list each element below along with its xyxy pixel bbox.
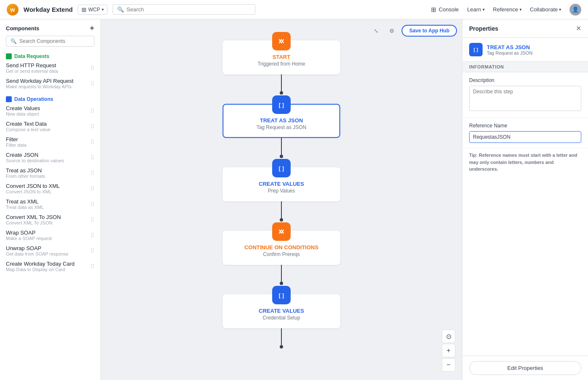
drag-handle-icon[interactable]: ⠿ <box>90 139 94 145</box>
properties-panel: Properties ✕ [ ] TREAT AS JSON Tag Reque… <box>462 19 588 380</box>
drag-handle-icon[interactable]: ⠿ <box>90 232 94 239</box>
send-workday-api-desc: Make requests to Workday APIs <box>6 84 74 89</box>
add-component-button[interactable]: ✦ <box>89 24 94 32</box>
flow-node-continue-on-conditions[interactable]: CONTINUE ON CONDITIONS Confirm Prereqs <box>223 222 340 265</box>
workday-logo[interactable]: w <box>7 4 18 16</box>
collaborate-menu[interactable]: Collaborate ▾ <box>530 6 562 13</box>
wcp-selector[interactable]: ⊞ WCP ▾ <box>78 5 108 15</box>
send-workday-api-content: Send Workday API Request Make requests t… <box>6 78 74 89</box>
section-data-operations[interactable]: Data Operations <box>0 94 100 103</box>
node-card-create-values-2[interactable]: [ ] CREATE VALUES Credential Setup <box>223 294 340 328</box>
continue-conditions-icon <box>272 222 291 241</box>
drag-handle-icon[interactable]: ⠿ <box>90 123 94 130</box>
wrap-soap-desc: Make a SOAP request <box>6 236 52 241</box>
sidebar-item-wrap-soap[interactable]: Wrap SOAP Make a SOAP request ⠿ <box>0 227 100 243</box>
component-search-input[interactable] <box>19 38 90 44</box>
target-button[interactable]: ⊙ <box>442 330 455 343</box>
sidebar-item-treat-as-xml[interactable]: Treat as XML Treat data as XML ⠿ <box>0 196 100 212</box>
tip-text: Tip: Reference names must start with a l… <box>469 153 577 172</box>
search-icon: 🔍 <box>117 6 124 13</box>
create-values-1-title: CREATE VALUES <box>259 181 304 187</box>
global-search[interactable]: 🔍 <box>113 4 255 15</box>
section-data-operations-icon <box>6 96 12 102</box>
flow-canvas[interactable]: ⤡ ⚙ Save to App Hub <box>101 19 462 380</box>
wcp-chevron-icon: ▾ <box>102 7 104 12</box>
sidebar-item-send-workday-api[interactable]: Send Workday API Request Make requests t… <box>0 76 100 91</box>
sidebar-item-unwrap-soap[interactable]: Unwrap SOAP Get data from SOAP response … <box>0 243 100 259</box>
reference-name-field: Reference Name <box>462 118 588 148</box>
sidebar-item-filter[interactable]: Filter Filter data ⠿ <box>0 134 100 150</box>
zoom-out-button[interactable]: − <box>442 358 455 372</box>
settings-button[interactable]: ⚙ <box>386 24 398 37</box>
drag-handle-icon[interactable]: ⠿ <box>90 80 94 87</box>
drag-handle-icon[interactable]: ⠿ <box>90 248 94 254</box>
console-button[interactable]: ⊞ Console <box>431 6 459 13</box>
save-to-app-hub-button[interactable]: Save to App Hub <box>402 25 457 37</box>
flow-node-create-values-2[interactable]: [ ] CREATE VALUES Credential Setup <box>223 285 340 328</box>
close-properties-button[interactable]: ✕ <box>576 24 581 32</box>
learn-menu[interactable]: Learn ▾ <box>467 6 484 13</box>
start-title: START <box>273 54 290 60</box>
learn-chevron-icon: ▾ <box>483 7 485 12</box>
sidebar-item-create-text-data[interactable]: Create Text Data Compose a text value ⠿ <box>0 119 100 134</box>
connector-dot-1 <box>280 91 283 95</box>
edit-properties-button[interactable]: Edit Properties <box>469 361 581 375</box>
sidebar-item-treat-as-json[interactable]: Treat as JSON From other formats ⠿ <box>0 165 100 181</box>
properties-title: Properties <box>469 25 498 32</box>
properties-node-details: TREAT AS JSON Tag Request as JSON <box>487 44 533 55</box>
component-search[interactable]: 🔍 <box>6 36 94 47</box>
send-http-request-content: Send HTTP Request Get or send external d… <box>6 62 58 74</box>
unwrap-soap-name: Unwrap SOAP <box>6 245 68 251</box>
zoom-out-icon: − <box>446 361 450 369</box>
treat-json-icon-wrapper: [ ] <box>272 95 291 114</box>
drag-handle-icon[interactable]: ⠿ <box>90 216 94 223</box>
create-text-data-name: Create Text Data <box>6 121 50 127</box>
node-card-start[interactable]: START Triggered from Home <box>223 40 340 74</box>
search-input[interactable] <box>126 6 251 13</box>
topnav: w Workday Extend ⊞ WCP ▾ 🔍 ⊞ Console Lea… <box>0 0 588 19</box>
sidebar-item-create-json[interactable]: Create JSON Source to destination values… <box>0 150 100 165</box>
drag-handle-icon[interactable]: ⠿ <box>90 170 94 177</box>
description-textarea[interactable] <box>469 86 581 111</box>
drag-handle-icon[interactable]: ⠿ <box>90 154 94 161</box>
drag-handle-icon[interactable]: ⠿ <box>90 263 94 270</box>
collaborate-chevron-icon: ▾ <box>559 7 561 12</box>
section-data-requests[interactable]: Data Requests <box>0 51 100 60</box>
treat-as-xml-desc: Treat data as XML <box>6 205 44 210</box>
user-avatar[interactable]: 👤 <box>570 4 581 16</box>
create-text-data-desc: Compose a text value <box>6 127 50 132</box>
collaborate-label: Collaborate <box>530 6 558 13</box>
sidebar-item-convert-json-to-xml[interactable]: Convert JSON to XML Convert JSON to XML … <box>0 181 100 196</box>
node-card-treat-as-json[interactable]: [ ] TREAT AS JSON Tag Request as JSON <box>223 104 340 138</box>
drag-handle-icon[interactable]: ⠿ <box>90 108 94 114</box>
fit-view-button[interactable]: ⤡ <box>370 24 382 37</box>
connector-dot-4 <box>280 282 283 285</box>
create-values-1-icon: [ ] <box>272 159 291 177</box>
sidebar-item-create-values[interactable]: Create Values New data object ⠿ <box>0 103 100 119</box>
node-card-create-values-1[interactable]: [ ] CREATE VALUES Prep Values <box>223 167 340 201</box>
node-card-continue-on-conditions[interactable]: CONTINUE ON CONDITIONS Confirm Prereqs <box>223 231 340 265</box>
sidebar-item-send-http-request[interactable]: Send HTTP Request Get or send external d… <box>0 60 100 76</box>
reference-name-label: Reference Name <box>469 123 581 129</box>
zoom-in-button[interactable]: + <box>442 344 455 357</box>
drag-handle-icon[interactable]: ⠿ <box>90 185 94 192</box>
flow-node-create-values-1[interactable]: [ ] CREATE VALUES Prep Values <box>223 158 340 201</box>
start-icon <box>272 32 291 50</box>
settings-icon: ⚙ <box>389 28 394 34</box>
drag-handle-icon[interactable]: ⠿ <box>90 201 94 208</box>
flow-node-start[interactable]: START Triggered from Home <box>223 28 340 74</box>
flow-node-treat-as-json[interactable]: [ ] TREAT AS JSON Tag Request as JSON <box>223 95 340 138</box>
sidebar-title: Components <box>6 25 39 32</box>
connector-2 <box>281 138 282 155</box>
connector-3 <box>281 201 282 218</box>
reference-name-input[interactable] <box>469 131 581 143</box>
treat-as-xml-name: Treat as XML <box>6 198 44 205</box>
reference-menu[interactable]: Reference ▾ <box>493 6 522 13</box>
create-values-2-title: CREATE VALUES <box>259 308 304 314</box>
connector-dot-5 <box>280 345 283 348</box>
sidebar-item-create-workday-today-card[interactable]: Create Workday Today Card Map Data to Di… <box>0 259 100 274</box>
sidebar-item-convert-xml-to-json[interactable]: Convert XML To JSON Convert XML To JSON … <box>0 212 100 227</box>
connector-1 <box>281 74 282 91</box>
drag-handle-icon[interactable]: ⠿ <box>90 65 94 71</box>
connector-dot-2 <box>280 155 283 158</box>
